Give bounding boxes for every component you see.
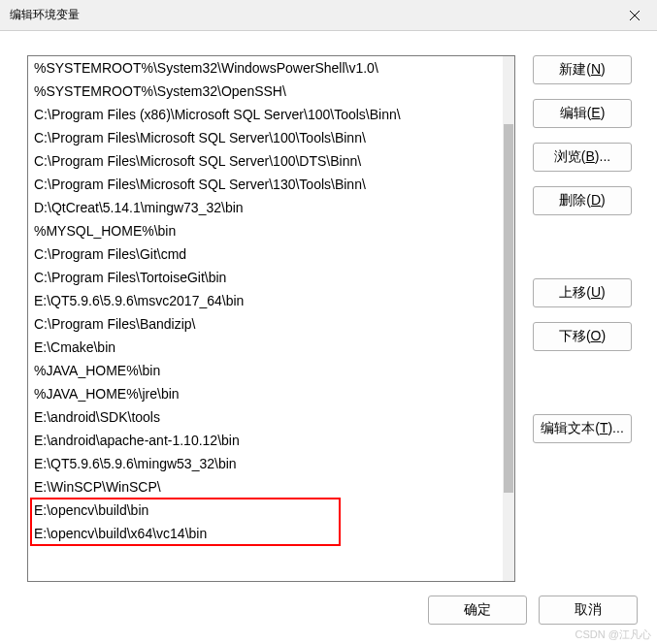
browse-button[interactable]: 浏览(B)...: [533, 143, 632, 172]
close-button[interactable]: [612, 0, 657, 31]
list-item[interactable]: %SYSTEMROOT%\System32\WindowsPowerShell\…: [28, 56, 503, 80]
list-item[interactable]: C:\Program Files\Git\cmd: [28, 242, 503, 266]
edit-text-button[interactable]: 编辑文本(T)...: [533, 414, 632, 443]
window-title: 编辑环境变量: [10, 7, 80, 23]
list-item[interactable]: D:\QtCreat\5.14.1\mingw73_32\bin: [28, 196, 503, 219]
list-item[interactable]: C:\Program Files\Microsoft SQL Server\10…: [28, 149, 503, 173]
list-item[interactable]: E:\Cmake\bin: [28, 336, 503, 359]
list-item[interactable]: %JAVA_HOME%\jre\bin: [28, 382, 503, 405]
spacer: [533, 230, 632, 264]
list-item[interactable]: %JAVA_HOME%\bin: [28, 359, 503, 382]
list-item[interactable]: E:\QT5.9.6\5.9.6\msvc2017_64\bin: [28, 289, 503, 312]
move-down-button[interactable]: 下移(O): [533, 322, 632, 351]
close-icon: [630, 11, 640, 20]
new-button[interactable]: 新建(N): [533, 55, 632, 84]
bottom-buttons: 确定 取消: [428, 596, 638, 625]
titlebar: 编辑环境变量: [0, 0, 657, 31]
scrollbar-thumb[interactable]: [504, 124, 513, 493]
list-item[interactable]: C:\Program Files\TortoiseGit\bin: [28, 266, 503, 289]
list-item[interactable]: C:\Program Files\Microsoft SQL Server\13…: [28, 173, 503, 196]
list-item[interactable]: E:\QT5.9.6\5.9.6\mingw53_32\bin: [28, 452, 503, 475]
list-item[interactable]: E:\android\SDK\tools: [28, 405, 503, 429]
list-item[interactable]: C:\Program Files\Microsoft SQL Server\10…: [28, 126, 503, 149]
list-item[interactable]: C:\Program Files\Bandizip\: [28, 312, 503, 336]
watermark: CSDN @江凡心: [575, 628, 651, 642]
list-item[interactable]: E:\android\apache-ant-1.10.12\bin: [28, 429, 503, 452]
list-item[interactable]: C:\Program Files (x86)\Microsoft SQL Ser…: [28, 103, 503, 126]
ok-button[interactable]: 确定: [428, 596, 527, 625]
dialog-body: %SYSTEMROOT%\System32\WindowsPowerShell\…: [0, 31, 657, 592]
scrollbar-track[interactable]: [503, 56, 514, 581]
list-item[interactable]: E:\opencv\build\x64\vc14\bin: [28, 522, 503, 545]
list-item[interactable]: %MYSQL_HOME%\bin: [28, 219, 503, 242]
list-item[interactable]: E:\WinSCP\WinSCP\: [28, 475, 503, 499]
cancel-button[interactable]: 取消: [539, 596, 638, 625]
edit-button[interactable]: 编辑(E): [533, 99, 632, 128]
list-item[interactable]: E:\opencv\build\bin: [28, 499, 503, 522]
delete-button[interactable]: 删除(D): [533, 186, 632, 215]
path-listbox[interactable]: %SYSTEMROOT%\System32\WindowsPowerShell\…: [27, 55, 515, 582]
button-column: 新建(N) 编辑(E) 浏览(B)... 删除(D) 上移(U) 下移(O) 编…: [533, 55, 632, 582]
list-item[interactable]: %SYSTEMROOT%\System32\OpenSSH\: [28, 80, 503, 103]
spacer: [533, 366, 632, 400]
move-up-button[interactable]: 上移(U): [533, 278, 632, 307]
